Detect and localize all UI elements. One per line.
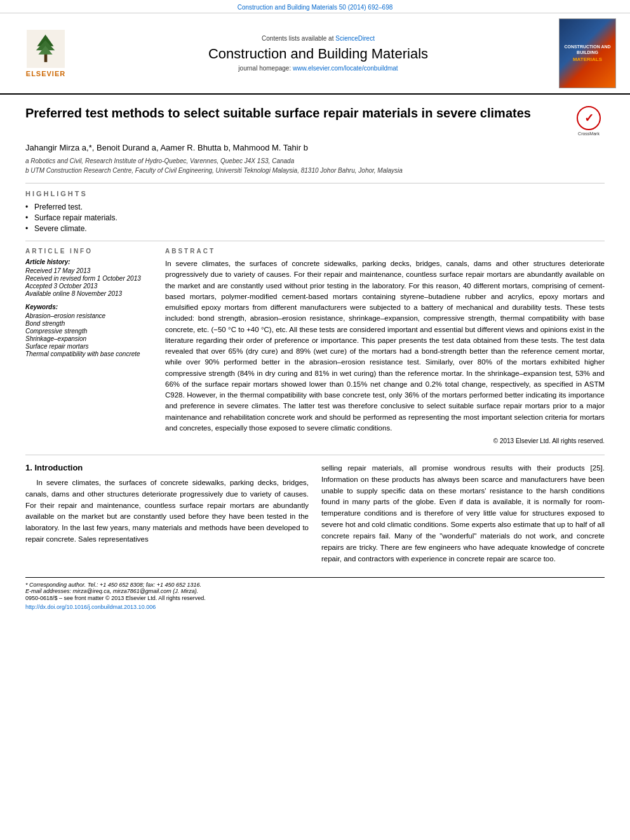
abstract-title: ABSTRACT [165, 248, 605, 255]
elsevier-tree-icon [27, 30, 65, 68]
footnote-email: E-mail addresses: mirza@ireq.ca, mirza78… [25, 588, 605, 594]
article-title: Preferred test methods to select suitabl… [25, 105, 563, 121]
cover-materials: MATERIALS [573, 57, 602, 63]
article-content: Preferred test methods to select suitabl… [0, 95, 630, 622]
body-text-col2: selling repair materials, all promise wo… [321, 463, 605, 564]
article-history: Article history: Received 17 May 2013 Re… [25, 258, 152, 297]
crossmark-label: CrossMark [578, 131, 600, 136]
keyword-5: Thermal compatibility with base concrete [25, 350, 152, 357]
keyword-1: Bond strength [25, 320, 152, 327]
crossmark-badge: CrossMark [573, 105, 605, 137]
elsevier-logo-area: ELSEVIER [8, 18, 84, 88]
history-item-1: Received in revised form 1 October 2013 [25, 275, 152, 282]
journal-cover-area: Construction and Building MATERIALS [553, 18, 622, 88]
svg-rect-1 [44, 53, 48, 62]
highlights-title: HIGHLIGHTS [25, 190, 605, 197]
elsevier-wordmark: ELSEVIER [26, 70, 65, 77]
cover-title: Construction and Building [563, 44, 612, 55]
article-info-column: ARTICLE INFO Article history: Received 1… [25, 248, 152, 444]
footer-issn: 0950-0618/$ – see front matter © 2013 El… [25, 594, 605, 611]
highlight-item-3: Severe climate. [25, 224, 605, 233]
journal-homepage: journal homepage: www.elsevier.com/locat… [84, 65, 553, 72]
elsevier-logo: ELSEVIER [26, 30, 65, 77]
keyword-0: Abrasion–erosion resistance [25, 312, 152, 319]
authors-text: Jahangir Mirza a,*, Benoit Durand a, Aam… [25, 143, 308, 152]
body-paragraph-1: In severe climates, the surfaces of conc… [25, 477, 309, 545]
keyword-2: Compressive strength [25, 328, 152, 335]
authors-line: Jahangir Mirza a,*, Benoit Durand a, Aam… [25, 143, 605, 152]
footer-section: * Corresponding author. Tel.: +1 450 652… [25, 577, 605, 611]
copyright-notice: © 2013 Elsevier Ltd. All rights reserved… [165, 437, 605, 444]
divider-1 [25, 183, 605, 183]
keywords-section: Keywords: Abrasion–erosion resistance Bo… [25, 303, 152, 357]
body-col-left: 1. Introduction In severe climates, the … [25, 463, 309, 568]
footnote-corresponding: * Corresponding author. Tel.: +1 450 652… [25, 582, 605, 588]
affiliation-a: a Robotics and Civil, Research Institute… [25, 156, 605, 166]
keywords-label: Keywords: [25, 303, 152, 310]
article-info-title: ARTICLE INFO [25, 248, 152, 255]
journal-reference: Construction and Building Materials 50 (… [238, 4, 393, 11]
doi-link[interactable]: http://dx.doi.org/10.1016/j.conbuildmat.… [25, 604, 156, 610]
abstract-column: ABSTRACT In severe climates, the surface… [165, 248, 605, 444]
history-label: Article history: [25, 258, 152, 265]
affiliations: a Robotics and Civil, Research Institute… [25, 156, 605, 175]
history-item-0: Received 17 May 2013 [25, 267, 152, 274]
highlights-section: HIGHLIGHTS Preferred test. Surface repai… [25, 190, 605, 233]
crossmark-icon [577, 106, 601, 130]
info-abstract-section: ARTICLE INFO Article history: Received 1… [25, 248, 605, 444]
issn-text: 0950-0618/$ – see front matter © 2013 El… [25, 595, 206, 601]
body-text-col1: In severe climates, the surfaces of conc… [25, 477, 309, 545]
highlight-item-1: Preferred test. [25, 203, 605, 211]
history-item-3: Available online 8 November 2013 [25, 290, 152, 297]
section-1-heading: 1. Introduction [25, 463, 309, 472]
journal-title-area: Contents lists available at ScienceDirec… [84, 18, 553, 88]
keyword-3: Shrinkage–expansion [25, 335, 152, 342]
highlight-item-2: Surface repair materials. [25, 213, 605, 222]
article-title-section: Preferred test methods to select suitabl… [25, 105, 605, 137]
body-paragraph-2: selling repair materials, all promise wo… [321, 463, 605, 564]
abstract-text: In severe climates, the surfaces of conc… [165, 258, 605, 434]
journal-title: Construction and Building Materials [84, 46, 553, 62]
body-col-right: selling repair materials, all promise wo… [321, 463, 605, 568]
homepage-link[interactable]: www.elsevier.com/locate/conbuildmat [293, 65, 398, 72]
body-two-col: 1. Introduction In severe climates, the … [25, 463, 605, 568]
journal-cover-image: Construction and Building MATERIALS [559, 18, 616, 88]
body-section: 1. Introduction In severe climates, the … [25, 455, 605, 611]
history-item-2: Accepted 3 October 2013 [25, 283, 152, 290]
top-banner: Construction and Building Materials 50 (… [0, 0, 630, 13]
affiliation-b: b UTM Construction Research Centre, Facu… [25, 166, 605, 175]
keyword-4: Surface repair mortars [25, 343, 152, 350]
science-direct-link[interactable]: ScienceDirect [335, 35, 375, 42]
science-direct-info: Contents lists available at ScienceDirec… [84, 35, 553, 42]
highlights-list: Preferred test. Surface repair materials… [25, 203, 605, 233]
journal-header: ELSEVIER Contents lists available at Sci… [0, 13, 630, 95]
divider-2 [25, 241, 605, 241]
